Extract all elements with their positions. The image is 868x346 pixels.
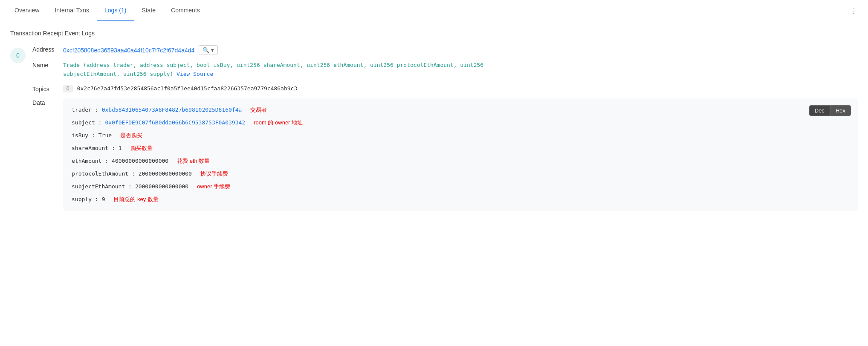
name-text-line1: Trade (address trader, address subject, … xyxy=(63,62,483,68)
name-label: Name xyxy=(32,61,58,69)
data-annotation-protoclethamount: 协议手续费 xyxy=(200,170,228,178)
address-search-button[interactable]: 🔍 ▾ xyxy=(199,45,218,55)
name-code-line1: Trade (address trader, address subject, … xyxy=(63,61,858,70)
address-row: Address 0xcf205808ed36593aa40a44f10c7f7c… xyxy=(32,45,858,55)
data-key-subject: subject : xyxy=(72,119,101,126)
data-annotation-trader: 交易者 xyxy=(250,106,267,114)
data-val-trader[interactable]: 0xbd584310654073A8F84827b698102025D8160f… xyxy=(102,107,242,113)
topics-value: 0 0x2c76e7a47fd53e2854856ac3f0a5f3ee40d1… xyxy=(63,85,858,92)
log-entry: 0 Address 0xcf205808ed36593aa40a44f10c7f… xyxy=(10,45,858,217)
data-val-supply: 9 xyxy=(102,196,105,202)
tab-state[interactable]: State xyxy=(134,0,163,21)
address-value-container: 0xcf205808ed36593aa40a44f10c7f7c2f67d4a4… xyxy=(63,45,858,55)
hex-button[interactable]: Hex xyxy=(830,105,851,116)
data-key-shareamount: shareAmount : xyxy=(72,145,115,151)
data-annotation-supply: 目前总的 key 数量 xyxy=(113,196,158,203)
name-value: Trade (address trader, address subject, … xyxy=(63,61,858,79)
data-label: Data xyxy=(32,98,58,106)
nav-tabs: Overview Internal Txns Logs (1) State Co… xyxy=(0,0,868,21)
dec-hex-group: Dec Hex xyxy=(809,105,851,116)
data-annotation-subject: room 的 owner 地址 xyxy=(254,119,303,127)
data-val-subjectethamount: 2000000000000000 xyxy=(135,183,188,190)
section-title: Transaction Receipt Event Logs xyxy=(10,30,858,37)
data-row-supply: supply : 9 目前总的 key 数量 xyxy=(72,196,849,203)
data-row-subject: subject : 0x0f0EFDE9C07f6B0dda066b6C9538… xyxy=(72,119,849,127)
dec-button[interactable]: Dec xyxy=(809,105,830,116)
dropdown-arrow-icon: ▾ xyxy=(211,47,214,53)
data-key-ethamount: ethAmount : xyxy=(72,158,108,164)
log-index-badge: 0 xyxy=(10,48,26,63)
view-source-link[interactable]: View Source xyxy=(176,71,213,77)
data-key-subjectethamount: subjectEthAmount : xyxy=(72,183,132,190)
data-key-trader: trader : xyxy=(72,107,98,113)
data-annotation-subjectethamount: owner 手续费 xyxy=(197,183,230,190)
tab-internal-txns[interactable]: Internal Txns xyxy=(47,0,97,21)
log-details: Address 0xcf205808ed36593aa40a44f10c7f7c… xyxy=(32,45,858,217)
data-val-ethamount: 40000000000000000 xyxy=(112,158,168,164)
data-row-shareamount: shareAmount : 1 购买数量 xyxy=(72,144,849,152)
data-key-protoclethamount: protocolEthAmount : xyxy=(72,170,135,177)
data-val-subject[interactable]: 0x0f0EFDE9C07f6B0dda066b6C9538753F0A0393… xyxy=(105,119,245,126)
data-val-isbuy: True xyxy=(98,132,112,138)
topics-row: Topics 0 0x2c76e7a47fd53e2854856ac3f0a5f… xyxy=(32,85,858,92)
data-row-isbuy: isBuy : True 是否购买 xyxy=(72,132,849,139)
tab-logs[interactable]: Logs (1) xyxy=(97,0,134,21)
data-row-trader: trader : 0xbd584310654073A8F84827b698102… xyxy=(72,106,849,114)
topics-label: Topics xyxy=(32,85,58,92)
search-icon: 🔍 xyxy=(203,47,209,53)
name-row: Name Trade (address trader, address subj… xyxy=(32,61,858,79)
tab-overview[interactable]: Overview xyxy=(7,0,47,21)
more-options-icon[interactable]: ⋮ xyxy=(847,3,861,19)
data-annotation-shareamount: 购买数量 xyxy=(130,144,153,152)
data-annotation-isbuy: 是否购买 xyxy=(120,132,142,139)
data-val-shareamount: 1 xyxy=(119,145,122,151)
tab-comments[interactable]: Comments xyxy=(163,0,208,21)
address-link[interactable]: 0xcf205808ed36593aa40a44f10c7f7c2f67d4a4… xyxy=(63,47,194,54)
data-outer-row: Data Dec Hex trader : 0xbd584310654073A8… xyxy=(32,98,858,211)
address-label: Address xyxy=(32,45,58,53)
data-row-ethamount: ethAmount : 40000000000000000 花费 eth 数量 xyxy=(72,157,849,165)
data-annotation-ethamount: 花费 eth 数量 xyxy=(177,157,210,165)
data-row-subjectethamount: subjectEthAmount : 2000000000000000 owne… xyxy=(72,183,849,190)
topic-index: 0 xyxy=(63,85,73,92)
data-row-protoclethamount: protocolEthAmount : 2000000000000000 协议手… xyxy=(72,170,849,178)
page-content: Transaction Receipt Event Logs 0 Address… xyxy=(0,21,868,225)
name-text-line2: subjectEthAmount, uint256 supply) xyxy=(63,71,173,77)
data-key-supply: supply : xyxy=(72,196,98,202)
topic-hash: 0x2c76e7a47fd53e2854856ac3f0a5f3ee40d15c… xyxy=(77,85,298,92)
data-section: Dec Hex trader : 0xbd584310654073A8F8482… xyxy=(63,98,858,211)
data-val-protoclethamount: 2000000000000000 xyxy=(139,170,192,177)
data-key-isbuy: isBuy : xyxy=(72,132,95,138)
name-code-line2: subjectEthAmount, uint256 supply) View S… xyxy=(63,70,858,79)
